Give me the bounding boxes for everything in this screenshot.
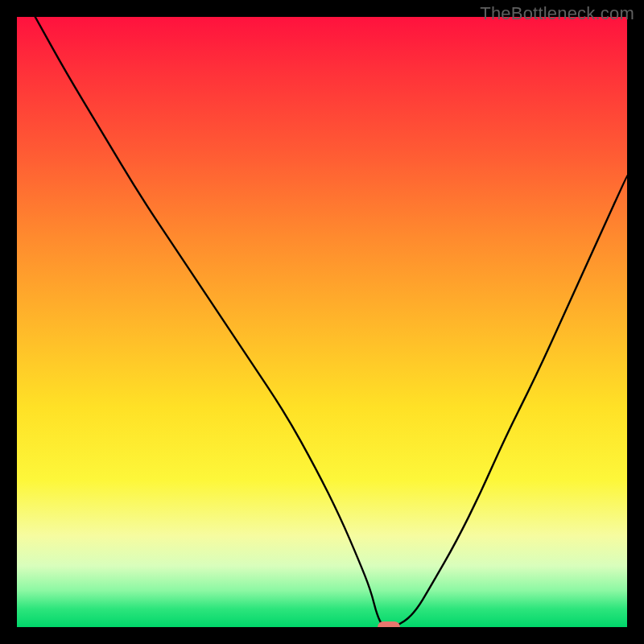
optimum-marker <box>378 621 400 627</box>
watermark-text: TheBottleneck.com <box>480 3 634 24</box>
plot-area <box>17 17 627 627</box>
chart-frame: TheBottleneck.com <box>0 0 644 644</box>
bottleneck-curve <box>17 17 627 627</box>
